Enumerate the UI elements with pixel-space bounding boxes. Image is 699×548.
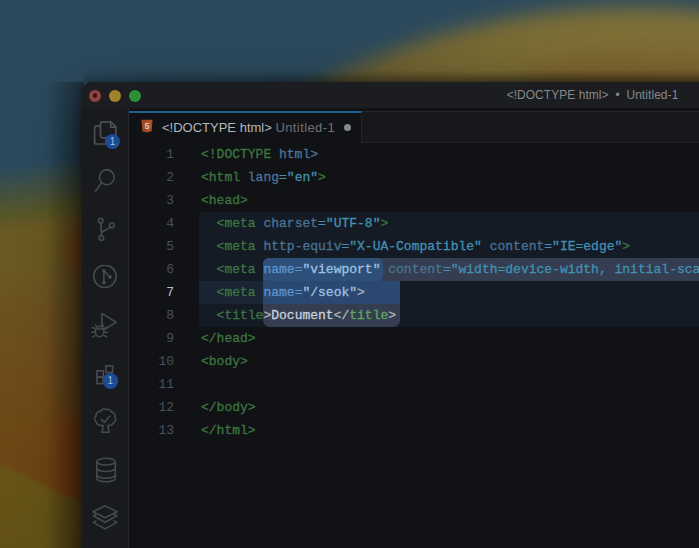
- svg-text:5: 5: [144, 121, 149, 131]
